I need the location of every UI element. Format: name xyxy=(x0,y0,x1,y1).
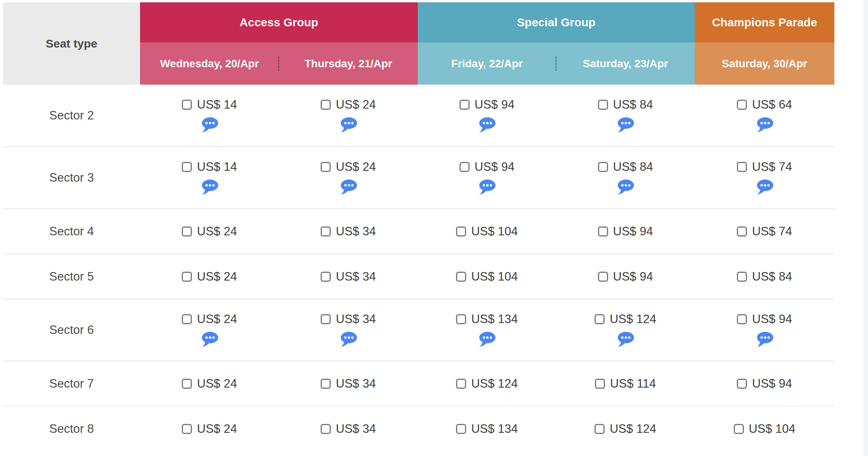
chat-bubble-icon[interactable] xyxy=(478,332,496,348)
price-checkbox[interactable] xyxy=(321,162,331,172)
price-checkbox[interactable] xyxy=(598,162,608,172)
price-cell[interactable]: US$ 64 xyxy=(695,85,834,146)
price-checkbox[interactable] xyxy=(734,424,744,434)
price-checkbox[interactable] xyxy=(321,314,331,324)
price-label: US$ 24 xyxy=(336,160,376,174)
price-checkbox[interactable] xyxy=(737,162,747,172)
chat-bubble-icon[interactable] xyxy=(478,117,496,133)
chat-bubble-icon[interactable] xyxy=(201,117,219,133)
price-cell[interactable]: US$ 114 xyxy=(556,361,695,406)
price-cell[interactable]: US$ 94 xyxy=(418,147,556,208)
price-cell[interactable]: US$ 134 xyxy=(418,407,556,451)
price-checkbox[interactable] xyxy=(595,379,605,389)
price-cell[interactable]: US$ 34 xyxy=(279,299,418,361)
price-checkbox[interactable] xyxy=(456,379,466,389)
price-cell[interactable]: US$ 24 xyxy=(140,209,279,254)
price-checkbox[interactable] xyxy=(595,314,605,324)
price-cell[interactable]: US$ 24 xyxy=(140,299,279,361)
price-checkbox[interactable] xyxy=(460,162,470,172)
price-checkbox[interactable] xyxy=(321,226,331,237)
price-cell[interactable]: US$ 24 xyxy=(140,407,279,451)
price-cell[interactable]: US$ 14 xyxy=(140,85,279,146)
price-cell[interactable]: US$ 124 xyxy=(556,299,695,361)
price-checkbox[interactable] xyxy=(321,379,331,389)
price-cell[interactable]: US$ 74 xyxy=(695,147,834,208)
price-cell[interactable]: US$ 94 xyxy=(556,209,695,254)
price-cell[interactable]: US$ 74 xyxy=(695,209,834,254)
price-checkbox[interactable] xyxy=(737,272,747,282)
price-checkbox[interactable] xyxy=(460,100,470,110)
chat-bubble-icon[interactable] xyxy=(617,332,634,348)
group-header-special-group: Special Group xyxy=(418,2,695,43)
price-checkbox[interactable] xyxy=(598,226,608,237)
price-cell[interactable]: US$ 34 xyxy=(279,209,418,254)
price-checkbox[interactable] xyxy=(321,272,331,282)
date-header-friday-22-apr: Friday, 22/Apr xyxy=(418,43,556,85)
price-cell[interactable]: US$ 34 xyxy=(279,407,418,451)
price-cell[interactable]: US$ 124 xyxy=(418,361,556,406)
vertical-scrollbar[interactable] xyxy=(864,0,868,456)
price-label: US$ 24 xyxy=(336,98,376,112)
chat-bubble-icon[interactable] xyxy=(340,117,357,133)
price-checkbox[interactable] xyxy=(456,314,466,324)
chat-bubble-icon[interactable] xyxy=(617,117,634,133)
price-cell[interactable]: US$ 94 xyxy=(556,254,695,299)
seat-type-header: Seat type xyxy=(3,2,140,85)
price-checkbox[interactable] xyxy=(321,100,331,110)
price-checkbox[interactable] xyxy=(737,100,747,110)
chat-bubble-icon[interactable] xyxy=(201,332,219,348)
price-checkbox[interactable] xyxy=(456,424,466,434)
price-cell[interactable]: US$ 104 xyxy=(695,407,834,451)
price-cell[interactable]: US$ 104 xyxy=(418,254,556,299)
price-checkbox[interactable] xyxy=(182,379,192,389)
price-checkbox[interactable] xyxy=(598,100,608,110)
price-cell[interactable]: US$ 14 xyxy=(140,147,279,208)
price-checkbox[interactable] xyxy=(182,314,192,324)
price-label: US$ 84 xyxy=(613,98,653,112)
chat-bubble-icon[interactable] xyxy=(756,332,774,348)
price-checkbox[interactable] xyxy=(595,424,605,434)
price-cell[interactable]: US$ 24 xyxy=(140,361,279,406)
chat-bubble-icon[interactable] xyxy=(617,179,634,196)
chat-bubble-icon[interactable] xyxy=(340,332,357,348)
price-cell[interactable]: US$ 24 xyxy=(279,85,418,146)
price-cell[interactable]: US$ 84 xyxy=(556,85,695,146)
price-checkbox[interactable] xyxy=(737,314,747,324)
price-cell[interactable]: US$ 24 xyxy=(279,147,418,208)
price-label: US$ 14 xyxy=(197,98,237,112)
chat-bubble-icon[interactable] xyxy=(201,179,219,196)
chat-bubble-icon[interactable] xyxy=(756,117,774,133)
price-cell[interactable]: US$ 84 xyxy=(695,254,834,299)
price-checkbox[interactable] xyxy=(598,272,608,282)
price-checkbox[interactable] xyxy=(182,162,192,172)
price-label: US$ 104 xyxy=(471,225,518,238)
price-cell[interactable]: US$ 104 xyxy=(418,209,556,254)
price-checkbox[interactable] xyxy=(182,424,192,434)
pricing-table: Seat type Access Group Wednesday, 20/Apr… xyxy=(3,2,834,451)
chat-bubble-icon[interactable] xyxy=(340,179,357,196)
price-checkbox[interactable] xyxy=(737,379,747,389)
price-checkbox[interactable] xyxy=(182,226,192,237)
price-cell[interactable]: US$ 24 xyxy=(140,254,279,299)
price-checkbox[interactable] xyxy=(321,424,331,434)
price-cell[interactable]: US$ 134 xyxy=(418,299,556,361)
price-cell[interactable]: US$ 94 xyxy=(695,299,834,361)
chat-bubble-icon[interactable] xyxy=(478,179,496,196)
price-cell[interactable]: US$ 84 xyxy=(556,147,695,208)
price-checkbox[interactable] xyxy=(456,272,466,282)
price-cell[interactable]: US$ 94 xyxy=(695,361,834,406)
chat-bubble-icon[interactable] xyxy=(756,179,774,196)
price-checkbox[interactable] xyxy=(182,272,192,282)
price-label: US$ 94 xyxy=(752,377,792,391)
price-checkbox[interactable] xyxy=(737,226,747,237)
price-checkbox[interactable] xyxy=(456,226,466,237)
seat-label: Sector 3 xyxy=(3,147,140,208)
price-cell[interactable]: US$ 94 xyxy=(418,85,556,146)
price-cell[interactable]: US$ 124 xyxy=(556,407,695,451)
price-cell[interactable]: US$ 34 xyxy=(279,254,418,299)
price-cell[interactable]: US$ 34 xyxy=(279,361,418,406)
price-checkbox[interactable] xyxy=(182,100,192,110)
price-label: US$ 94 xyxy=(613,225,653,238)
price-label: US$ 34 xyxy=(336,422,376,436)
date-header-saturday-23-apr: Saturday, 23/Apr xyxy=(556,43,695,85)
